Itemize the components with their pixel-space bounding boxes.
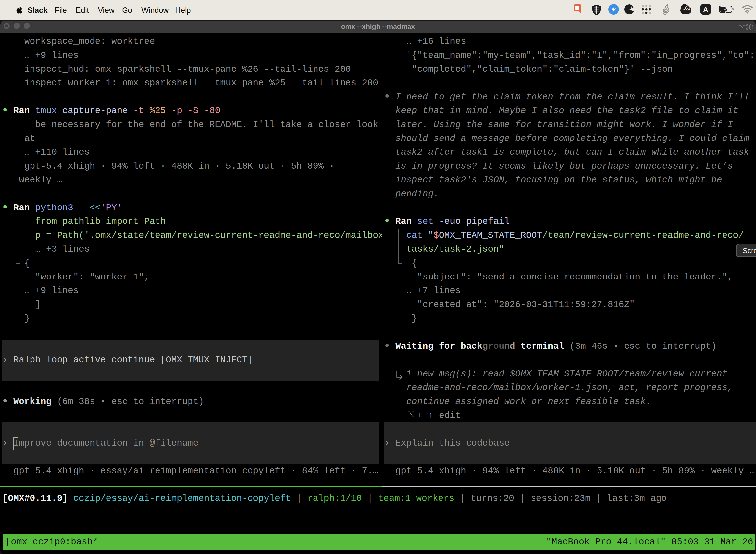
svg-text:1: 1 (751, 24, 753, 31)
